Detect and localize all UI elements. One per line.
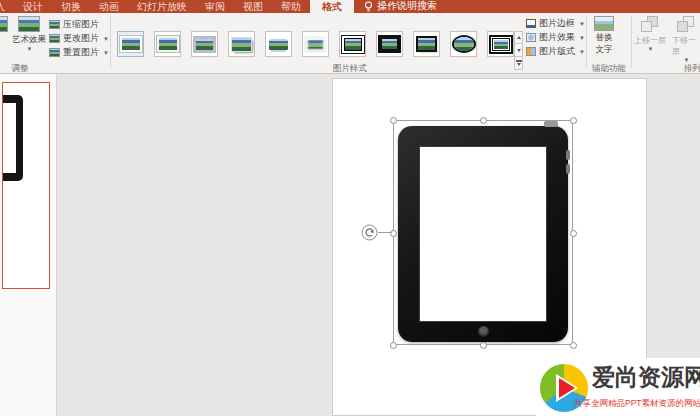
send-backward-label: 下移一层 [672,35,700,57]
landscape-preview-icon [122,38,140,50]
gallery-scroll-up-button[interactable] [514,31,523,44]
site-watermark: 爱尚资源网 共享全网精品PPT素材资源的网站 [536,358,700,416]
change-picture-icon [49,34,60,43]
resize-handle-middle-right[interactable] [570,230,577,237]
chevron-down-icon: ▼ [648,46,654,52]
tab-slideshow[interactable]: 幻灯片放映 [128,0,196,13]
landscape-preview-icon [493,39,509,50]
change-picture-button[interactable]: 更改图片 ▼ [49,32,109,45]
tab-label: 设计 [23,0,43,13]
chevron-down-icon: ▼ [27,46,33,52]
landscape-preview-icon [345,39,361,50]
alt-text-button[interactable]: 替换 文字 [594,16,614,56]
tell-me-search[interactable]: 操作说明搜索 [354,0,447,13]
group-separator [586,16,587,68]
resize-handle-bottom-right[interactable] [570,342,577,349]
landscape-preview-icon [418,38,435,50]
picture-layout-label: 图片版式 [539,45,575,58]
ribbon-tab-bar: 插入 设计 切换 动画 幻灯片放映 审阅 视图 帮助 格式 操作说明搜索 [0,0,700,13]
change-picture-label: 更改图片 [63,32,99,45]
send-backward-icon [677,16,696,33]
picture-border-label: 图片边框 [539,17,575,30]
rotate-handle-connector [378,232,392,233]
resize-handle-top-center[interactable] [480,117,487,124]
tab-label: 切换 [61,0,81,13]
bring-forward-label: 上移一层 [634,35,666,46]
resize-handle-top-right[interactable] [570,117,577,124]
picture-style-thumb-1[interactable] [117,31,144,57]
slide-thumbnail-1-selected[interactable] [2,82,50,289]
gallery-scroll-column [514,31,523,70]
tab-view[interactable]: 视图 [234,0,272,13]
tell-me-label: 操作说明搜索 [377,0,437,13]
picture-style-thumb-9[interactable] [413,31,440,57]
slide-thumbnail-panel [0,74,57,416]
chevron-down-icon: ▼ [579,35,585,41]
landscape-preview-icon [382,39,397,49]
watermark-tagline: 共享全网精品PPT素材资源的网站 [574,398,700,410]
tab-help[interactable]: 帮助 [272,0,310,13]
gallery-scroll-down-button[interactable] [514,44,523,57]
compress-picture-label: 压缩图片 [63,18,99,31]
tab-label: 格式 [322,0,342,13]
picture-style-thumb-7[interactable] [339,31,366,57]
compress-picture-button[interactable]: 压缩图片 [49,18,99,31]
reset-picture-label: 重置图片 [63,46,99,59]
landscape-preview-icon [159,38,177,50]
selection-bounding-box [393,120,573,345]
thumbnail-tablet-screen [2,103,16,173]
picture-style-thumb-5[interactable] [265,31,292,57]
landscape-preview-icon [269,39,288,50]
landscape-preview-icon [232,38,251,51]
picture-style-thumb-11[interactable] [487,31,514,57]
picture-style-thumb-4[interactable] [228,31,255,57]
gallery-more-icon [516,60,522,66]
chevron-down-icon: ▼ [103,36,109,42]
tab-label: 幻灯片放映 [137,0,187,13]
tab-animations[interactable]: 动画 [90,0,128,13]
resize-handle-bottom-center[interactable] [480,342,487,349]
picture-style-thumb-6[interactable] [302,31,329,57]
resize-handle-bottom-left[interactable] [390,342,397,349]
watermark-site-name: 爱尚资源网 [592,362,700,393]
picture-style-thumb-10[interactable] [450,31,477,57]
gallery-more-button[interactable] [514,57,523,70]
tab-review[interactable]: 审阅 [196,0,234,13]
rotate-icon [361,224,378,241]
landscape-preview-icon [306,38,325,51]
picture-border-button[interactable]: 图片边框 ▼ [526,17,585,30]
resize-handle-top-left[interactable] [390,117,397,124]
picture-effects-label: 图片效果 [539,31,575,44]
picture-effects-button[interactable]: 图片效果 ▼ [526,31,585,44]
send-backward-button[interactable]: 下移一层 ▼ [672,16,700,63]
tab-label: 插入 [0,0,5,13]
chevron-down-icon: ▼ [579,49,585,55]
artistic-effects-label: 艺术效果 [12,34,46,46]
artistic-effects-icon [18,16,40,32]
triangle-down-icon [517,49,521,52]
picture-style-thumb-3[interactable] [191,31,218,57]
artistic-effects-button[interactable]: 艺术效果 ▼ [12,16,46,52]
tab-label: 审阅 [205,0,225,13]
landscape-preview-icon [196,39,213,50]
picture-style-thumb-2[interactable] [154,31,181,57]
bring-forward-button[interactable]: 上移一层 ▼ [634,16,666,52]
picture-style-thumb-8[interactable] [376,31,403,57]
group-separator [631,16,632,68]
compress-picture-icon [49,20,60,29]
color-button-fragment[interactable] [0,16,8,32]
picture-styles-gallery [117,31,514,57]
tab-design[interactable]: 设计 [14,0,52,13]
ribbon-picture-format: 艺术效果 ▼ 压缩图片 更改图片 ▼ 重置图片 ▼ 调整 [0,13,700,74]
reset-picture-button[interactable]: 重置图片 ▼ [49,46,109,59]
tab-insert[interactable]: 插入 [0,0,14,13]
tab-label: 视图 [243,0,263,13]
tab-picture-format-active[interactable]: 格式 [310,0,354,13]
resize-handle-middle-left[interactable] [390,230,397,237]
triangle-up-icon [517,36,521,39]
tab-transitions[interactable]: 切换 [52,0,90,13]
rotate-handle[interactable] [361,224,378,241]
alt-text-icon [594,16,614,31]
picture-layout-button[interactable]: 图片版式 ▼ [526,45,585,58]
tab-label: 帮助 [281,0,301,13]
